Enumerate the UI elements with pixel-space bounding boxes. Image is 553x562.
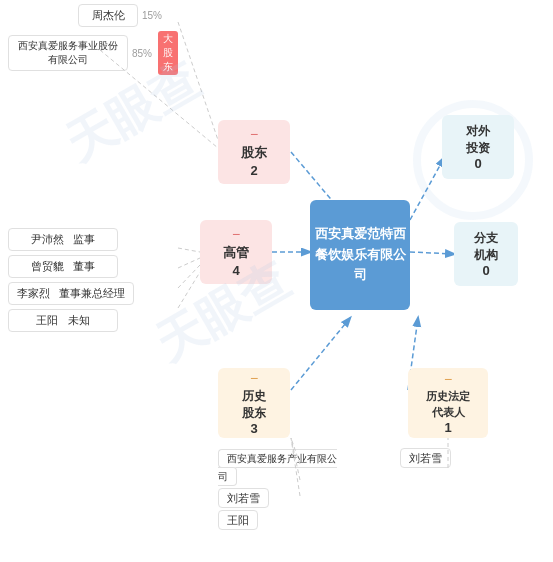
hist-shareholder-count: 3 bbox=[250, 421, 257, 436]
ext-invest-node[interactable]: 对外投资 0 bbox=[442, 115, 514, 179]
main-company-box[interactable]: 西安真爱范特西餐饮娱乐有限公司 bbox=[310, 200, 410, 310]
hist-sh-name-0[interactable]: 西安真爱服务产业有限公司 bbox=[218, 449, 337, 486]
svg-line-4 bbox=[410, 158, 444, 220]
legal-row-0: 刘若雪 bbox=[400, 448, 490, 466]
svg-line-10 bbox=[178, 265, 200, 288]
shareholder-pct-0: 15% bbox=[142, 10, 162, 21]
exec-row-2: 李家烈 董事兼总经理 bbox=[8, 282, 178, 305]
exec-name-1[interactable]: 曾贸貔 董事 bbox=[8, 255, 118, 278]
shareholder-name-0[interactable]: 周杰伦 bbox=[78, 4, 138, 27]
hist-sh-name-1[interactable]: 刘若雪 bbox=[218, 488, 269, 508]
shareholder-row-1: 西安真爱服务事业股份有限公司 85% 大股东 bbox=[8, 31, 178, 75]
shareholder-pct-1: 85% bbox=[132, 48, 152, 59]
branch-label: 分支机构 bbox=[474, 230, 498, 264]
hist-legal-label: 历史法定代表人 bbox=[426, 389, 470, 420]
exec-name-text-2: 李家烈 bbox=[17, 287, 50, 299]
svg-line-9 bbox=[178, 258, 200, 268]
executive-label: 高管 bbox=[223, 244, 249, 262]
hist-legal-count: 1 bbox=[444, 420, 451, 435]
exec-row-1: 曾贸貔 董事 bbox=[8, 255, 178, 278]
shareholder-row-0: 周杰伦 15% bbox=[78, 4, 178, 27]
exec-row-3: 王阳 未知 bbox=[8, 309, 178, 332]
exec-role-text-1: 董事 bbox=[73, 260, 95, 272]
svg-line-6 bbox=[178, 22, 218, 140]
main-company-name: 西安真爱范特西餐饮娱乐有限公司 bbox=[310, 224, 410, 286]
ext-invest-label: 对外投资 bbox=[466, 123, 490, 157]
branch-count: 0 bbox=[482, 263, 489, 278]
hist-sh-row-0: 西安真爱服务产业有限公司 bbox=[218, 448, 348, 484]
hist-shareholder-minus-icon: − bbox=[250, 370, 258, 386]
executive-minus-icon: − bbox=[232, 226, 240, 242]
shareholder-label: 股东 bbox=[241, 144, 267, 162]
exec-role-text-2: 董事兼总经理 bbox=[59, 287, 125, 299]
executive-node[interactable]: − 高管 4 bbox=[200, 220, 272, 284]
shareholder-count: 2 bbox=[250, 163, 257, 178]
svg-line-5 bbox=[410, 252, 454, 254]
exec-name-0[interactable]: 尹沛然 监事 bbox=[8, 228, 118, 251]
shareholder-node[interactable]: − 股东 2 bbox=[218, 120, 290, 184]
executives-list: 尹沛然 监事 曾贸貔 董事 李家烈 董事兼总经理 王阳 未知 bbox=[8, 228, 178, 336]
hist-shareholder-node[interactable]: − 历史股东 3 bbox=[218, 368, 290, 438]
svg-line-2 bbox=[291, 318, 350, 390]
exec-name-3[interactable]: 王阳 未知 bbox=[8, 309, 118, 332]
exec-name-text-0: 尹沛然 bbox=[31, 233, 64, 245]
company-diagram: − 股东 2 − 高管 4 − 历史股东 3 − 历史法定代表人 1 对外投资 … bbox=[0, 0, 553, 562]
hist-legal-minus-icon: − bbox=[444, 371, 452, 387]
branch-node[interactable]: 分支机构 0 bbox=[454, 222, 518, 286]
hist-sh-row-2: 王阳 bbox=[218, 510, 348, 528]
shareholders-list: 周杰伦 15% 西安真爱服务事业股份有限公司 85% 大股东 bbox=[8, 4, 178, 77]
exec-name-text-1: 曾贸貔 bbox=[31, 260, 64, 272]
shareholder-minus-icon: − bbox=[250, 126, 258, 142]
hist-shareholder-label: 历史股东 bbox=[242, 388, 266, 422]
hist-shareholders-list: 西安真爱服务产业有限公司 刘若雪 王阳 bbox=[218, 448, 348, 532]
shareholder-tag-1: 大股东 bbox=[158, 31, 178, 75]
shareholder-name-1[interactable]: 西安真爱服务事业股份有限公司 bbox=[8, 35, 128, 71]
exec-role-text-3: 未知 bbox=[68, 314, 90, 326]
svg-line-11 bbox=[178, 272, 200, 308]
exec-name-text-3: 王阳 bbox=[36, 314, 58, 326]
legal-name-0[interactable]: 刘若雪 bbox=[400, 448, 451, 468]
legal-rep-list: 刘若雪 bbox=[400, 448, 490, 470]
hist-sh-name-2[interactable]: 王阳 bbox=[218, 510, 258, 530]
exec-role-text-0: 监事 bbox=[73, 233, 95, 245]
hist-sh-row-1: 刘若雪 bbox=[218, 488, 348, 506]
svg-line-8 bbox=[178, 248, 200, 252]
ext-invest-count: 0 bbox=[474, 156, 481, 171]
exec-row-0: 尹沛然 监事 bbox=[8, 228, 178, 251]
exec-name-2[interactable]: 李家烈 董事兼总经理 bbox=[8, 282, 134, 305]
executive-count: 4 bbox=[232, 263, 239, 278]
hist-legal-node[interactable]: − 历史法定代表人 1 bbox=[408, 368, 488, 438]
